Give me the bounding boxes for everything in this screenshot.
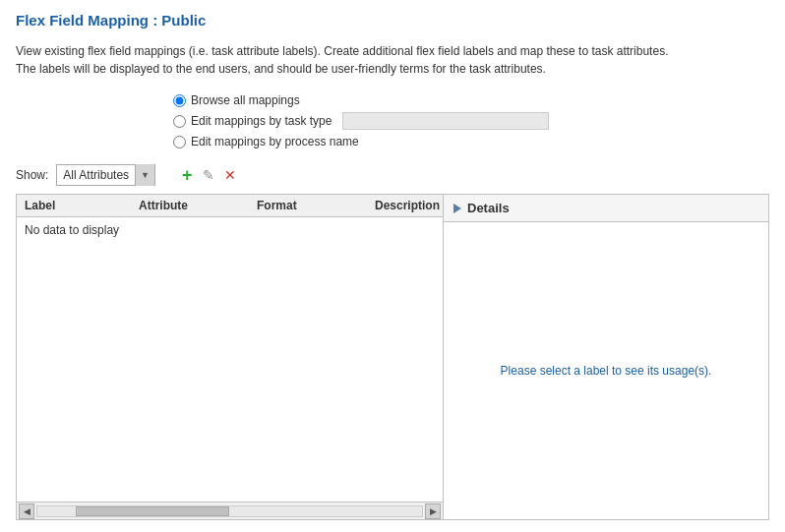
toolbar-icons: + ✎ ✕ [179, 165, 239, 185]
show-select-wrapper[interactable]: All Attributes [56, 164, 155, 186]
radio-row-browse: Browse all mappings [173, 93, 769, 107]
main-content: Label Attribute Format Description No da… [16, 194, 769, 520]
radio-task-type[interactable] [173, 115, 186, 128]
add-button[interactable]: + [179, 165, 196, 185]
page-title: Flex Field Mapping : Public [16, 12, 769, 29]
description-text: View existing flex field mappings (i.e. … [16, 42, 769, 78]
page-container: Flex Field Mapping : Public View existin… [0, 0, 785, 532]
show-select-text: All Attributes [57, 164, 135, 186]
radio-row-task: Edit mappings by task type [173, 112, 769, 130]
details-title: Details [467, 201, 510, 215]
right-panel: Details Please select a label to see its… [444, 195, 768, 519]
edit-button[interactable]: ✎ [200, 167, 217, 183]
task-type-input-box [342, 112, 549, 130]
col-header-format: Format [253, 199, 371, 212]
radio-browse[interactable] [173, 94, 186, 107]
delete-button[interactable]: ✕ [221, 167, 239, 183]
radio-row-process: Edit mappings by process name [173, 135, 769, 148]
horizontal-scrollbar[interactable]: ◀ ▶ [17, 502, 443, 519]
radio-task-label: Edit mappings by task type [191, 114, 332, 128]
scroll-right-button[interactable]: ▶ [425, 503, 441, 519]
left-panel: Label Attribute Format Description No da… [17, 195, 444, 519]
details-header: Details [444, 195, 768, 222]
show-select-arrow-icon[interactable] [135, 164, 154, 186]
radio-section: Browse all mappings Edit mappings by tas… [16, 93, 769, 148]
scroll-track[interactable] [36, 505, 423, 517]
details-body: Please select a label to see its usage(s… [444, 222, 768, 519]
radio-process-label: Edit mappings by process name [191, 135, 359, 148]
col-header-label: Label [17, 199, 135, 212]
show-label: Show: [16, 168, 48, 182]
table-body: No data to display [17, 217, 443, 502]
col-header-attribute: Attribute [135, 199, 253, 212]
col-header-description: Description [371, 199, 443, 212]
radio-process[interactable] [173, 136, 186, 148]
show-bar: Show: All Attributes + ✎ ✕ [16, 164, 769, 186]
table-header: Label Attribute Format Description [17, 195, 443, 217]
details-placeholder-text: Please select a label to see its usage(s… [501, 364, 712, 378]
details-triangle-icon [453, 204, 461, 213]
scroll-thumb[interactable] [76, 506, 229, 516]
no-data-message: No data to display [25, 223, 119, 237]
scroll-left-button[interactable]: ◀ [19, 503, 34, 519]
radio-browse-label: Browse all mappings [191, 93, 300, 107]
